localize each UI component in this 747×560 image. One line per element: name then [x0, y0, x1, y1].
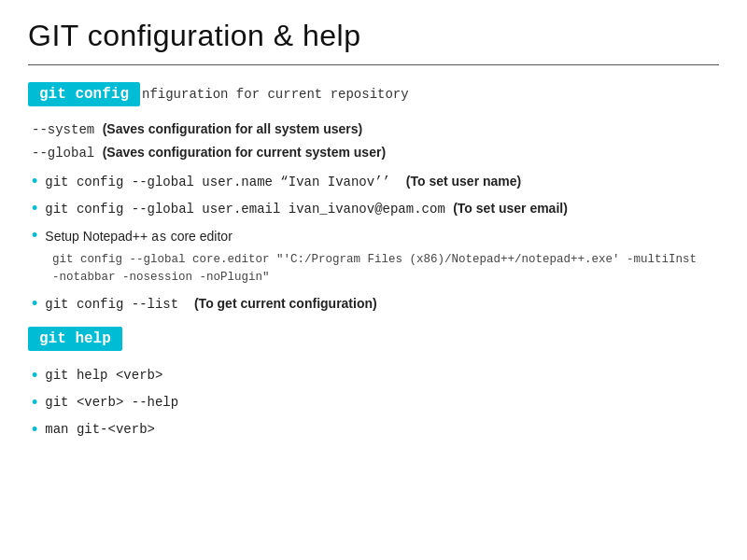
bullet-help-verb-content: git help <verb>: [45, 368, 162, 383]
bullet-icon-7: •: [32, 420, 37, 440]
desc-global: (Saves configuration for current system …: [103, 145, 386, 160]
desc-system: (Saves configuration for all system user…: [103, 121, 363, 136]
bullet-icon-5: •: [32, 366, 37, 385]
bullet-man-content: man git-<verb>: [45, 422, 155, 437]
title-divider: [28, 64, 719, 65]
bullet-icon-6: •: [32, 393, 37, 413]
notepad-subcode: git config --global core.editor "'C:/Pro…: [52, 251, 719, 287]
flag-global: --global: [32, 146, 94, 161]
page-container: GIT configuration & help git config nfig…: [0, 0, 747, 468]
notepad-code-line1: git config --global core.editor "'C:/Pro…: [52, 251, 719, 269]
bullet-icon-1: •: [32, 172, 37, 191]
bullet-list: • git config --list (To get current conf…: [32, 296, 719, 314]
bullet-verb-help: • git <verb> --help: [32, 395, 719, 413]
bullet-list-content: git config --list (To get current config…: [45, 296, 376, 312]
bullet-verb-help-content: git <verb> --help: [45, 395, 178, 410]
git-help-badge: git help: [28, 327, 122, 351]
notepad-as-keyword: as: [151, 230, 167, 245]
git-config-section: git config nfiguration for current repos…: [28, 82, 719, 314]
bullet-email: • git config --global user.email ivan_iv…: [32, 201, 719, 218]
notepad-header-text: Setup Notepad++ as core editor: [45, 229, 233, 245]
bullet-icon-3: •: [32, 226, 37, 245]
git-help-section: git help • git help <verb> • git <verb> …: [28, 327, 719, 440]
config-subtitle: nfiguration for current repository: [142, 87, 409, 102]
option-global: --global (Saves configuration for curren…: [32, 145, 719, 161]
bullet-notepad: • Setup Notepad++ as core editor git con…: [32, 228, 719, 287]
flag-system: --system: [32, 122, 94, 137]
bullet-icon-2: •: [32, 199, 37, 218]
notepad-code-line2: -notabbar -nosession -noPlugin": [52, 269, 719, 287]
git-config-badge: git config: [28, 82, 140, 106]
bullet-help-verb: • git help <verb>: [32, 368, 719, 385]
desc-email: (To set user email): [453, 201, 568, 216]
bullet-man: • man git-<verb>: [32, 422, 719, 440]
bullet-username: • git config --global user.name “Ivan Iv…: [32, 174, 719, 191]
bullet-icon-4: •: [32, 294, 37, 314]
option-system: --system (Saves configuration for all sy…: [32, 121, 719, 137]
bullet-username-content: git config --global user.name “Ivan Ivan…: [45, 174, 521, 189]
desc-list: (To get current configuration): [194, 296, 377, 311]
page-title: GIT configuration & help: [28, 19, 719, 53]
desc-username: (To set user name): [406, 174, 521, 189]
notepad-header: • Setup Notepad++ as core editor: [32, 228, 719, 245]
bullet-email-content: git config --global user.email ivan_ivan…: [45, 201, 568, 217]
